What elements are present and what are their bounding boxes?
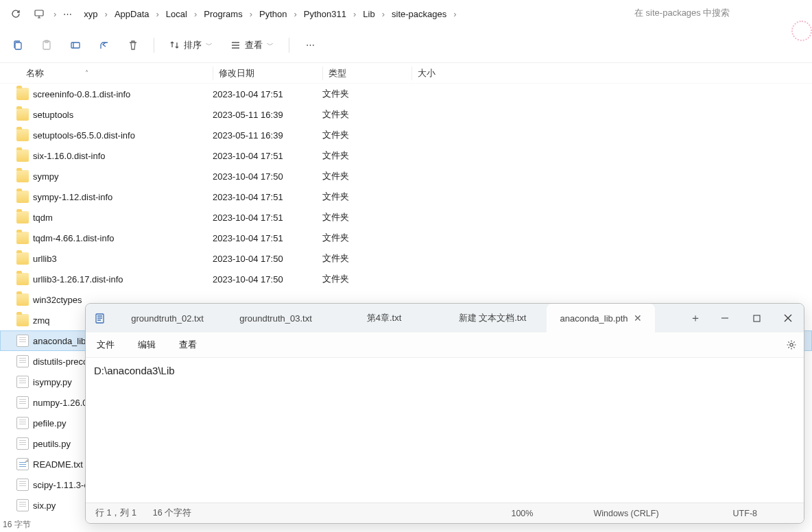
column-headers[interactable]: 名称˄ 修改日期 类型 大小 [0,63,812,84]
breadcrumb-segment[interactable]: xyp [80,6,102,22]
close-button[interactable] [772,304,804,332]
file-date: 2023-10-04 17:51 [213,89,322,99]
chevron-right-icon: › [248,9,254,19]
file-row[interactable]: tqdm2023-10-04 17:51文件夹 [0,207,812,228]
header-size[interactable]: 大小 [411,66,480,80]
folder-icon [16,232,29,244]
file-type: 文件夹 [322,232,411,244]
file-type: 文件夹 [322,108,411,121]
file-name: sympy [33,171,213,182]
file-type: 文件夹 [322,252,411,265]
svg-rect-6 [754,315,760,322]
status-encoding: UTF-8 [733,509,757,518]
settings-button[interactable] [786,339,797,350]
more-button[interactable]: ⋯ [299,34,321,56]
delete-button[interactable] [122,34,144,56]
file-icon [16,355,29,367]
file-row[interactable]: tqdm-4.66.1.dist-info2023-10-04 17:51文件夹 [0,228,812,248]
explorer-status: 16 字节 [0,518,34,532]
file-type: 文件夹 [322,273,411,285]
file-row[interactable]: sympy2023-10-04 17:50文件夹 [0,166,812,186]
notepad-tab[interactable]: anaconda_lib.pth✕ [547,304,655,332]
notepad-tab[interactable]: 第4章.txt [330,304,438,332]
breadcrumb-segment[interactable]: Programs [200,6,246,22]
view-button[interactable]: 查看 ﹀ [225,36,279,54]
share-button[interactable] [93,34,115,56]
menu-view[interactable]: 查看 [175,336,201,354]
file-row[interactable]: six-1.16.0.dist-info2023-10-04 17:51文件夹 [0,145,812,166]
breadcrumb-segment[interactable]: Python311 [300,6,350,22]
refresh-button[interactable] [5,3,26,24]
chevron-right-icon: › [452,9,457,19]
file-row[interactable]: screeninfo-0.8.1.dist-info2023-10-04 17:… [0,84,812,104]
search-input[interactable]: 在 site-packages 中搜索 [628,3,807,24]
breadcrumb-segment[interactable]: site-packages [387,6,451,22]
file-row[interactable]: setuptools-65.5.0.dist-info2023-05-11 16… [0,125,812,145]
maximize-button[interactable] [741,304,772,332]
file-icon [16,376,29,388]
file-row[interactable]: urllib32023-10-04 17:50文件夹 [0,248,812,269]
chevron-right-icon: › [104,9,109,19]
sort-button[interactable]: 排序 ﹀ [164,36,218,54]
menu-edit[interactable]: 编辑 [134,336,160,354]
view-label: 查看 [245,39,263,51]
breadcrumb-segment[interactable]: Lib [359,6,379,22]
notepad-tab[interactable]: groundtruth_02.txt [113,304,222,332]
menu-file[interactable]: 文件 [93,336,119,354]
monitor-icon[interactable] [29,3,49,24]
file-name: urllib3 [33,254,213,264]
status-zoom: 100% [511,509,533,518]
close-tab-icon[interactable]: ✕ [634,313,642,324]
file-date: 2023-05-11 16:39 [213,130,322,141]
breadcrumb-segment[interactable]: AppData [110,6,154,22]
file-row[interactable]: setuptools2023-05-11 16:39文件夹 [0,104,812,125]
tab-label: 第4章.txt [367,312,402,324]
status-eol: Windows (CRLF) [593,509,658,518]
folder-icon [16,314,29,326]
address-bar: › ⋯ xyp›AppData›Local›Programs›Python›Py… [0,0,812,27]
notepad-tabs: groundtruth_02.txtgroundtruth_03.txt第4章.… [113,304,682,332]
svg-rect-4 [71,43,80,48]
file-name: setuptools-65.5.0.dist-info [33,130,213,141]
notepad-statusbar: 行 1，列 1 16 个字符 100% Windows (CRLF) UTF-8 [86,503,804,523]
notepad-editor[interactable]: D:\anaconda3\Lib [86,357,804,503]
paste-button[interactable] [36,34,58,56]
decor-avatar [791,21,812,41]
file-type: 文件夹 [322,88,411,100]
chevron-right-icon: › [352,9,357,19]
file-icon [16,417,29,429]
file-name: setuptools [33,110,213,120]
rename-button[interactable] [64,34,86,56]
notepad-tab[interactable]: 新建 文本文档.txt [438,304,547,332]
file-name: urllib3-1.26.17.dist-info [33,274,213,285]
chevron-right-icon: › [193,9,198,19]
header-name[interactable]: 名称˄ [0,67,213,80]
overflow-icon[interactable]: ⋯ [60,3,74,24]
minimize-button[interactable] [709,304,741,332]
new-tab-button[interactable]: ＋ [682,304,709,332]
breadcrumb-segment[interactable]: Local [162,6,191,22]
chevron-right-icon: › [381,9,386,19]
notepad-tab[interactable]: groundtruth_03.txt [222,304,330,332]
breadcrumb-segment[interactable]: Python [255,6,291,22]
folder-icon [16,191,29,203]
file-date: 2023-10-04 17:51 [213,213,322,223]
file-row[interactable]: sympy-1.12.dist-info2023-10-04 17:51文件夹 [0,186,812,207]
svg-rect-1 [15,43,21,49]
folder-icon [16,108,29,121]
notepad-titlebar[interactable]: groundtruth_02.txtgroundtruth_03.txt第4章.… [86,304,804,332]
breadcrumb-path[interactable]: xyp›AppData›Local›Programs›Python›Python… [80,6,619,22]
copy-button[interactable] [7,34,29,56]
header-type[interactable]: 类型 [322,66,411,80]
file-row[interactable]: urllib3-1.26.17.dist-info2023-10-04 17:5… [0,269,812,289]
file-icon [16,396,29,409]
header-date[interactable]: 修改日期 [213,66,322,80]
status-chars: 16 个字符 [153,507,191,519]
file-type: 文件夹 [322,129,411,141]
file-date: 2023-10-04 17:50 [213,171,322,182]
folder-icon [16,129,29,141]
chevron-right-icon: › [52,9,58,19]
file-date: 2023-10-04 17:51 [213,151,322,161]
file-icon [16,499,29,511]
file-icon [16,479,29,491]
